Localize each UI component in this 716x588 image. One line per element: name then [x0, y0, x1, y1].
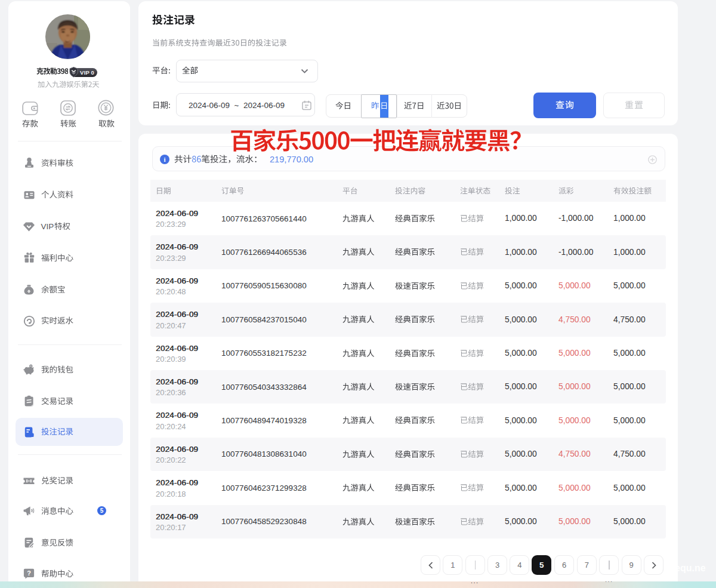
svg-text:?: ? — [27, 569, 31, 577]
